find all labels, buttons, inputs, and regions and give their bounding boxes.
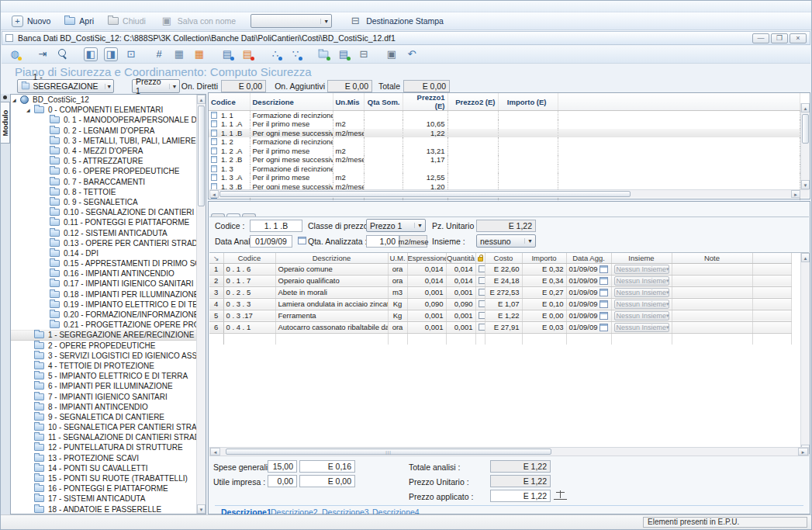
tree-item[interactable]: ◢ 12 - PUNTELLATURA DI STRUTTURE <box>11 442 206 452</box>
exit-icon[interactable]: ⇥ <box>36 47 50 61</box>
tree-item[interactable]: ◢ 0.18 - IMPIANTI PER ILLUMINAZIONE <box>11 289 206 300</box>
note-cell[interactable] <box>672 286 752 298</box>
tree-item[interactable]: ◢ 0. 3 - METALLI, TUBI, PALI, LAMIERE, P… <box>11 136 206 146</box>
tree-item[interactable]: ◢ 11 - SEGNALAZIONE DI CANTIERI STRADALI <box>11 432 206 442</box>
lock-checkbox[interactable] <box>479 312 485 319</box>
undo-icon[interactable]: ↶ <box>405 47 419 61</box>
panel-left-icon[interactable]: ◧ <box>84 47 98 61</box>
print-destination-button[interactable]: ⊟ Destinazione Stampa <box>343 13 449 29</box>
scrollbar-thumb[interactable] <box>219 191 631 197</box>
tree-item[interactable]: ◢ 0.20 - FORMAZIONE/INFORMAZIONE <box>11 310 206 320</box>
price-row[interactable]: 1. 1 .B Per ogni mese successivo m2/mese… <box>209 129 800 138</box>
tree-item[interactable]: ◢ 5 - IMPIANTO ELETTRICO E DI TERRA <box>11 371 206 381</box>
insieme-select[interactable]: Nessun Insieme▾ <box>614 288 669 297</box>
tree-link-icon[interactable]: ∴ <box>268 47 282 61</box>
scroll-down-icon[interactable]: ▼ <box>197 504 206 514</box>
scroll-right-icon[interactable]: ► <box>798 448 808 456</box>
tree-item[interactable]: ◢ 18 - ANDATOIE E PASSERELLE <box>11 504 206 514</box>
tree-item[interactable]: ◢ 0. 4 - MEZZI D'OPERA <box>11 146 206 156</box>
open-button[interactable]: Apri <box>59 16 99 26</box>
tree-item[interactable]: ◢ 0.14 - DPI <box>11 248 206 258</box>
doc-add-icon[interactable]: ▤ <box>337 47 351 61</box>
scale-icon[interactable] <box>555 490 565 500</box>
insieme-select[interactable]: Nessun Insieme▾ <box>614 323 669 332</box>
analysis-row[interactable]: 1 0 . 1 . 6 Operaio comune ora 0,014 0,0… <box>209 263 792 275</box>
tree-item[interactable]: ◢ 0.16 - IMPIANTI ANTINCENDIO <box>11 268 206 279</box>
tree-vertical-scrollbar[interactable]: ▲ ▼ <box>196 95 206 514</box>
tree-item[interactable]: ◢ 9 - SEGNALETICA DI CANTIERE <box>11 412 206 422</box>
panel-right-icon[interactable]: ◨ <box>104 47 118 61</box>
tree-item[interactable]: ◢ 2 - OPERE PROPEDEUTICHE <box>11 341 206 351</box>
numbering-icon[interactable]: # <box>152 47 166 61</box>
analysis-vertical-scrollbar[interactable]: ▲ ▼ <box>800 253 810 454</box>
analysis-row[interactable]: 2 0 . 1 . 7 Operaio qualificato ora 0,01… <box>209 275 792 286</box>
tree-item[interactable]: ◢ 16 - PONTEGGI E PIATTAFORME <box>11 483 206 494</box>
tree-item[interactable]: ◢ 0.19 - IMPIANTO ELETTRICO E DI TERRA <box>11 300 206 310</box>
tree-item[interactable]: ◢ 0. 6 - OPERE PROPEDEUTICHE <box>11 166 206 176</box>
codice-input[interactable]: 1. 1 .B <box>250 220 302 232</box>
price-row[interactable]: 1. 2 .A Per il primo mese m2 13,21 <box>209 147 800 156</box>
zoom-icon[interactable] <box>56 47 70 61</box>
tree-item[interactable]: ◢ 14 - PONTI SU CAVALLETTI <box>11 463 206 473</box>
expander-icon[interactable]: ◢ <box>12 97 20 102</box>
tree-item[interactable]: ◢ 15 - PONTI SU RUOTE (TRABATTELLI) <box>11 473 206 483</box>
calendar-icon[interactable] <box>599 312 608 320</box>
document-combo[interactable]: ▼ <box>251 14 332 28</box>
analysis-row[interactable]: 3 0 . 2 . 5 Abete in morali m3 0,001 0,0… <box>209 286 792 298</box>
tree-item[interactable]: ◢ 10 - SEGNALETICA PER CANTIERI STRADALI <box>11 422 206 432</box>
tree-item[interactable]: ◢ 0 - COMPONENTI ELEMENTARI <box>11 105 206 115</box>
tree-item[interactable]: ◢ 8 - IMPIANTI ANTINCENDIO <box>11 402 206 412</box>
note-cell[interactable] <box>672 263 752 275</box>
scroll-up-icon[interactable]: ▲ <box>801 253 810 262</box>
price-row[interactable]: 1. 2 Formazione di recinzione i... <box>209 137 800 147</box>
prezzo-applicato-input[interactable]: E 1,22 <box>490 490 551 502</box>
tree-item[interactable]: ◢ 7 - IMPIANTI IGIENICO SANITARI <box>11 391 206 401</box>
scroll-right-icon[interactable]: ► <box>791 190 800 198</box>
qta-analizzata-input[interactable]: 1,00 <box>366 235 399 248</box>
tree-item[interactable]: ◢ BD_CostiSic_12 <box>11 95 206 105</box>
note-cell[interactable] <box>672 333 752 345</box>
utile-impresa-pct-input[interactable]: 0,00 <box>268 475 297 487</box>
new-button[interactable]: + Nuovo <box>6 15 56 28</box>
scroll-down-icon[interactable]: ▼ <box>801 180 810 189</box>
scrollbar-thumb[interactable] <box>198 106 205 206</box>
insieme-select[interactable]: Nessun Insieme▾ <box>614 265 669 274</box>
print-icon[interactable]: ⊟ <box>357 47 371 61</box>
calendar-icon[interactable] <box>599 300 608 308</box>
publish-web-icon[interactable]: ◍ <box>8 47 22 61</box>
category-combo[interactable]: 1 - SEGREGAZIONE ... ▼ <box>17 79 114 93</box>
select-region-icon[interactable]: ⊡ <box>124 47 138 61</box>
tree-item[interactable]: ◢ 13 - PROTEZIONE SCAVI <box>11 453 206 463</box>
analysis-row[interactable]: 5 0 . 3 .17 Ferramenta Kg 0,001 0,001 E … <box>209 310 792 321</box>
spese-generali-pct-input[interactable]: 15,00 <box>268 460 297 473</box>
tree-item[interactable]: ◢ 0.15 - APPRESTAMENTI DI PRIMO SOCCORSO <box>11 258 206 268</box>
insieme-select[interactable]: Nessun Insieme▾ <box>614 311 669 320</box>
tree-item[interactable]: ◢ 4 - TETTOIE DI PROTEZIONE <box>11 361 206 371</box>
note-cell[interactable] <box>672 321 752 333</box>
tree-item[interactable]: ◢ 1 - SEGREGAZIONE AREE/RECINZIONE <box>11 330 206 340</box>
lock-checkbox[interactable] <box>479 289 485 296</box>
insieme-select[interactable]: Nessun Insieme▾ <box>614 276 669 286</box>
classe-prezzo-combo[interactable]: Prezzo 1 ▼ <box>366 219 426 232</box>
scroll-up-icon[interactable]: ▲ <box>197 95 206 104</box>
expander-icon[interactable]: ◢ <box>26 107 34 113</box>
price-row[interactable]: 1. 2 .B Per ogni mese successivo m2/mese… <box>209 155 800 165</box>
price-row[interactable]: 1. 3 Formazione di recinzione i... <box>209 165 800 174</box>
scroll-up-icon[interactable]: ▲ <box>801 103 810 113</box>
price-vertical-scrollbar[interactable]: ▲ ▼ <box>800 103 810 189</box>
lock-checkbox[interactable] <box>479 265 485 272</box>
save-as-button[interactable]: ▣ Salva con nome <box>154 13 241 29</box>
tree-item[interactable]: ◢ 0.13 - OPERE PER CANTIERI STRADALI <box>11 238 206 248</box>
tree-item[interactable]: ◢ 0.21 - PROGETTAZIONE OPERE PROVVISIONA… <box>11 320 206 330</box>
price-horizontal-scrollbar[interactable]: ◄ ► <box>209 189 809 198</box>
restore-button[interactable]: ❐ <box>771 33 788 43</box>
calendar-icon[interactable] <box>599 265 608 273</box>
tree-item[interactable]: ◢ 6 - IMPIANTI PER ILLUMINAZIONE <box>11 381 206 391</box>
tree-link-alt-icon[interactable]: ∵ <box>289 47 302 61</box>
note-cell[interactable] <box>672 275 752 286</box>
lock-checkbox[interactable] <box>479 300 485 307</box>
note-cell[interactable] <box>672 298 752 310</box>
tree-item[interactable]: ◢ 0.11 - PONTEGGI E PIATTAFORME <box>11 217 206 227</box>
calendar-icon[interactable] <box>599 277 608 285</box>
tree-item[interactable]: ◢ 0. 5 - ATTREZZATURE <box>11 156 206 166</box>
